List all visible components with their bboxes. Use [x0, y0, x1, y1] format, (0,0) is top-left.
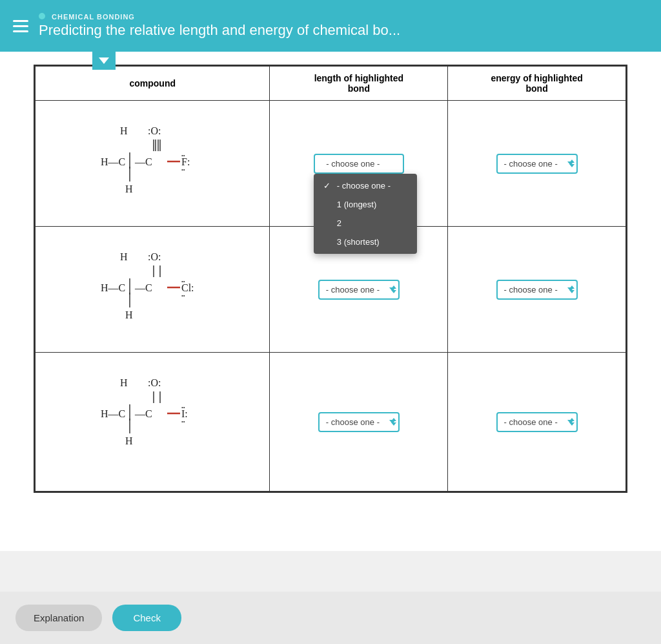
- dropdown-item-choose[interactable]: ✓ - choose one -: [314, 176, 417, 195]
- svg-text:—C: —C: [134, 156, 152, 167]
- svg-text:H—C: H—C: [101, 408, 125, 419]
- energy-cell-fluoride[interactable]: - choose one - 1 (lowest) 2 3 (highest): [448, 101, 626, 227]
- svg-text:••: ••: [181, 153, 185, 159]
- dropdown-item-2[interactable]: 2: [314, 214, 417, 233]
- data-table: compound length of highlightedbond energ…: [34, 65, 627, 493]
- svg-text:H: H: [120, 377, 128, 388]
- length-cell-fluoride[interactable]: - choose one - ✓ - choose one - 1 (longe…: [270, 101, 448, 227]
- svg-text:—C: —C: [134, 408, 152, 419]
- svg-text:—C: —C: [134, 282, 152, 293]
- svg-text::O:: :O:: [148, 251, 161, 262]
- length-select-wrapper-3[interactable]: - choose one - 1 (longest) 2 3 (shortest…: [318, 412, 400, 432]
- energy-select-wrapper-1[interactable]: - choose one - 1 (lowest) 2 3 (highest): [496, 154, 578, 174]
- compound-cell-fluoride: H :O: H—C —C: [36, 101, 270, 227]
- svg-text:H: H: [125, 183, 133, 194]
- svg-text::O:: :O:: [148, 377, 161, 388]
- svg-text:••: ••: [181, 167, 185, 173]
- subject-dot: [39, 13, 45, 19]
- header-text: CHEMICAL BONDING Predicting the relative…: [39, 13, 400, 39]
- energy-cell-chloride[interactable]: - choose one - 1 (lowest) 2 3 (highest): [448, 227, 626, 353]
- col-header-energy: energy of highlightedbond: [448, 67, 626, 101]
- explanation-button[interactable]: Explanation: [15, 605, 102, 631]
- structure-acetyl-iodide: H :O: H—C —C I: •• •• H: [81, 359, 223, 482]
- check-button[interactable]: Check: [112, 605, 181, 631]
- dropdown-trigger-length-1[interactable]: - choose one -: [314, 154, 404, 174]
- svg-text:H: H: [125, 309, 133, 320]
- table-row: H :O: H—C —C I: •• •• H: [36, 353, 626, 492]
- svg-text:H: H: [120, 251, 128, 262]
- svg-text::O:: :O:: [148, 125, 161, 136]
- page-title: Predicting the relative length and energ…: [39, 22, 400, 39]
- col-header-compound: compound: [36, 67, 270, 101]
- svg-text:••: ••: [181, 293, 185, 299]
- checkmark-icon: ✓: [323, 181, 332, 191]
- energy-select-chloride[interactable]: - choose one - 1 (lowest) 2 3 (highest): [496, 280, 578, 300]
- svg-text:••: ••: [181, 405, 185, 411]
- structure-acetyl-chloride: H :O: H—C —C Cl: •• •• H: [81, 233, 223, 343]
- energy-select-wrapper-2[interactable]: - choose one - 1 (lowest) 2 3 (highest): [496, 280, 578, 300]
- svg-text:••: ••: [181, 279, 185, 285]
- col-header-length: length of highlightedbond: [270, 67, 448, 101]
- dropdown-item-3[interactable]: 3 (shortest): [314, 233, 417, 251]
- length-select-chloride[interactable]: - choose one - 1 (longest) 2 3 (shortest…: [318, 280, 400, 300]
- scroll-indicator[interactable]: [92, 52, 116, 70]
- hamburger-menu[interactable]: [13, 20, 28, 32]
- compound-cell-iodide: H :O: H—C —C I: •• •• H: [36, 353, 270, 492]
- subject-label: CHEMICAL BONDING: [39, 13, 400, 21]
- energy-select-fluoride[interactable]: - choose one - 1 (lowest) 2 3 (highest): [496, 154, 578, 174]
- compound-cell-chloride: H :O: H—C —C Cl: •• •• H: [36, 227, 270, 353]
- dropdown-menu-length-1: ✓ - choose one - 1 (longest) 2: [314, 174, 417, 254]
- svg-text:••: ••: [181, 419, 185, 425]
- svg-text:H: H: [125, 435, 133, 446]
- svg-text:H—C: H—C: [101, 282, 125, 293]
- energy-cell-iodide[interactable]: - choose one - 1 (lowest) 2 3 (highest): [448, 353, 626, 492]
- table-row: H :O: H—C —C: [36, 101, 626, 227]
- header: CHEMICAL BONDING Predicting the relative…: [0, 0, 661, 52]
- length-select-iodide[interactable]: - choose one - 1 (longest) 2 3 (shortest…: [318, 412, 400, 432]
- length-select-wrapper-2[interactable]: - choose one - 1 (longest) 2 3 (shortest…: [318, 280, 400, 300]
- energy-select-wrapper-3[interactable]: - choose one - 1 (lowest) 2 3 (highest): [496, 412, 578, 432]
- dropdown-item-1[interactable]: 1 (longest): [314, 195, 417, 214]
- structure-acetyl-fluoride: H :O: H—C —C: [81, 107, 223, 217]
- energy-select-iodide[interactable]: - choose one - 1 (lowest) 2 3 (highest): [496, 412, 578, 432]
- bottom-bar: Explanation Check: [0, 592, 661, 644]
- svg-text:H—C: H—C: [101, 156, 125, 167]
- svg-text:H: H: [120, 125, 128, 136]
- length-dropdown-fluoride[interactable]: - choose one - ✓ - choose one - 1 (longe…: [314, 154, 404, 174]
- length-cell-iodide[interactable]: - choose one - 1 (longest) 2 3 (shortest…: [270, 353, 448, 492]
- main-content: compound length of highlightedbond energ…: [0, 52, 661, 551]
